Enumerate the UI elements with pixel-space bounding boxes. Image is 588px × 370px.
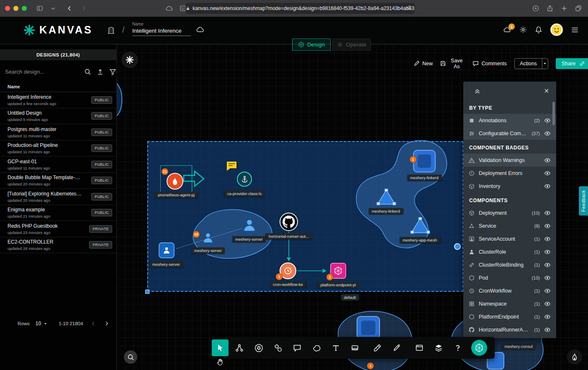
layers-tool[interactable] bbox=[430, 339, 447, 356]
node-error-badge[interactable]: 1 bbox=[367, 362, 374, 369]
eye-icon[interactable] bbox=[544, 157, 551, 164]
rows-per-page-select[interactable]: 10 bbox=[36, 321, 48, 326]
panel-scrollbar-thumb[interactable] bbox=[552, 102, 555, 125]
share-icon[interactable] bbox=[547, 5, 553, 12]
new-tab-icon[interactable] bbox=[561, 5, 567, 12]
share-button[interactable]: Share bbox=[556, 58, 588, 69]
actions-dropdown-caret[interactable] bbox=[542, 59, 548, 69]
notifications-bell-icon[interactable] bbox=[535, 26, 542, 33]
close-panel-icon[interactable] bbox=[544, 88, 549, 94]
node-bottom-deployment[interactable] bbox=[357, 316, 380, 339]
layer-row-serviceaccount[interactable]: ServiceAccount (1) bbox=[463, 232, 556, 245]
rectangle-tool[interactable] bbox=[347, 339, 363, 356]
back-button[interactable] bbox=[66, 5, 73, 12]
node-error-badge[interactable]: 2 bbox=[326, 274, 333, 280]
layer-row-namespace[interactable]: Namespace (1) bbox=[463, 297, 556, 310]
design-list-item[interactable]: Intelligent Inferenceupdated a few secon… bbox=[0, 92, 116, 108]
design-list-item[interactable]: Untitled Designupdated 9 minutes ago PUB… bbox=[0, 108, 116, 125]
comments-button[interactable]: Comments bbox=[472, 60, 506, 67]
design-list-item[interactable]: EC2-CONTROLLERupdated 28 minutes ago PRI… bbox=[0, 237, 116, 254]
kanvas-logo[interactable]: KANVAS bbox=[23, 24, 93, 36]
eye-icon[interactable] bbox=[544, 249, 551, 255]
hamburger-menu-icon[interactable] bbox=[571, 26, 579, 34]
layer-row-deployment[interactable]: Deployment (10) bbox=[463, 206, 556, 219]
comment-tool[interactable] bbox=[289, 339, 306, 356]
organization-icon[interactable] bbox=[107, 26, 115, 34]
relationship-tool[interactable] bbox=[231, 339, 248, 356]
chevron-down-icon[interactable] bbox=[51, 6, 56, 11]
node-meshery-server-3[interactable] bbox=[159, 242, 175, 258]
design-list-item[interactable]: Enigma exampleupdated 21 minutes ago PUB… bbox=[0, 205, 116, 221]
layer-row-horizontalrunnerautoscaler[interactable]: HorizontalRunnerAutos (1) bbox=[463, 323, 556, 336]
node-prometheus-agent[interactable] bbox=[167, 173, 183, 190]
card-view-tool[interactable] bbox=[411, 339, 428, 356]
node-ca-provider-class[interactable] bbox=[237, 172, 252, 187]
eye-icon[interactable] bbox=[544, 130, 551, 137]
layer-row-cronworkflow[interactable]: CronWorkflow (1) bbox=[463, 284, 556, 297]
node-error-badge[interactable]: 1 bbox=[410, 156, 416, 163]
eye-icon[interactable] bbox=[544, 236, 551, 242]
design-name-input[interactable] bbox=[132, 26, 191, 36]
eye-icon[interactable] bbox=[544, 210, 551, 216]
flame-button[interactable] bbox=[567, 349, 582, 365]
search-input[interactable] bbox=[5, 69, 79, 75]
shapes-tool[interactable] bbox=[270, 339, 286, 356]
node-meshery-server-1[interactable] bbox=[241, 217, 257, 233]
eye-icon[interactable] bbox=[544, 183, 551, 190]
settings-gear-icon[interactable] bbox=[519, 26, 527, 33]
previous-page-button[interactable] bbox=[90, 321, 96, 326]
save-as-button[interactable]: Save As bbox=[440, 58, 465, 69]
pen-tool[interactable] bbox=[388, 339, 405, 356]
eye-icon[interactable] bbox=[544, 117, 551, 124]
design-list-item[interactable]: Postgres multi-masterupdated 11 minutes … bbox=[0, 124, 116, 141]
icloud-icon[interactable] bbox=[165, 5, 173, 12]
help-tool[interactable] bbox=[449, 339, 466, 356]
feedback-tab[interactable]: Feedback bbox=[579, 186, 588, 216]
sketch-tool[interactable] bbox=[308, 339, 325, 356]
layer-row-service[interactable]: Service (8) bbox=[463, 219, 556, 232]
node-error-badge[interactable]: 20 bbox=[193, 231, 200, 238]
tab-operate[interactable]: Operate bbox=[332, 39, 371, 51]
search-icon[interactable] bbox=[84, 68, 91, 75]
node-error-badge[interactable]: 21 bbox=[162, 168, 168, 175]
connection-status-icon[interactable]: 1 bbox=[503, 26, 511, 33]
layer-row-platformendpoint[interactable]: PlatformEndpoint (1) bbox=[463, 310, 556, 323]
layer-row-inventory[interactable]: Inventory bbox=[463, 180, 556, 193]
layer-row-pod[interactable]: Pod (10) bbox=[463, 271, 556, 284]
kanvas-snowflake-button[interactable] bbox=[122, 52, 138, 68]
layer-row-clusterrole[interactable]: ClusterRole (1) bbox=[463, 245, 556, 258]
eye-icon[interactable] bbox=[544, 301, 551, 307]
annotation-arrow-shape[interactable] bbox=[182, 170, 205, 188]
text-tool[interactable] bbox=[327, 339, 344, 356]
eye-icon[interactable] bbox=[544, 313, 551, 320]
window-minimize-button[interactable] bbox=[13, 6, 18, 11]
eye-icon[interactable] bbox=[544, 223, 551, 229]
layer-row-validation-warnings[interactable]: Validation Warnings bbox=[463, 154, 556, 167]
zoom-button[interactable] bbox=[124, 350, 137, 364]
downloads-icon[interactable] bbox=[532, 5, 539, 12]
eye-icon[interactable] bbox=[544, 170, 551, 177]
node-meshery-server-2[interactable] bbox=[201, 231, 215, 244]
layer-row-annotations[interactable]: Annotations (2) bbox=[463, 114, 556, 127]
node-horizontal-runner[interactable] bbox=[280, 213, 298, 231]
actions-button[interactable]: Actions bbox=[515, 59, 542, 69]
design-list-item[interactable]: Double Bubble Map Template-copyupdated 2… bbox=[0, 173, 116, 189]
node-meshery-linkerd-triangle[interactable] bbox=[376, 188, 396, 206]
selection-resize-handle[interactable] bbox=[145, 290, 149, 294]
eye-icon[interactable] bbox=[544, 326, 551, 333]
design-list-item[interactable]: GCP-east-01updated 11 minutes ago PUBLIC bbox=[0, 157, 116, 173]
node-meshery-app-mesh[interactable] bbox=[410, 217, 430, 234]
window-zoom-button[interactable] bbox=[22, 6, 27, 11]
layer-row-clusterrolebinding[interactable]: ClusterRoleBinding (1) bbox=[463, 258, 556, 271]
meshery-button[interactable] bbox=[471, 340, 487, 356]
pan-hand-icon[interactable] bbox=[212, 357, 229, 367]
tab-design[interactable]: Design bbox=[292, 39, 331, 51]
next-page-button[interactable] bbox=[104, 321, 110, 326]
window-close-button[interactable] bbox=[5, 6, 10, 11]
design-list-item[interactable]: [Tutorial] Exploring Kubernetes Podupdat… bbox=[0, 189, 116, 205]
forward-button[interactable] bbox=[80, 5, 87, 12]
select-tool[interactable] bbox=[212, 339, 229, 356]
reload-button[interactable] bbox=[406, 5, 412, 10]
node-meshery-linkerd-deployment[interactable] bbox=[413, 150, 436, 172]
kubernetes-tool[interactable] bbox=[250, 339, 267, 356]
